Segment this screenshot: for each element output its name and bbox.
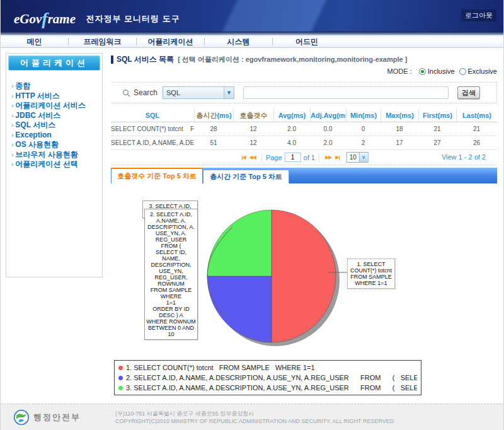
footer: 행정안전부 (우)110-751 서울특별시 종로구 세종로55 정부중앙청사 … — [1, 404, 504, 430]
search-input[interactable] — [243, 86, 449, 99]
arrow-icon: › — [11, 93, 13, 100]
address-line: (우)110-751 서울특별시 종로구 세종로55 정부중앙청사 — [115, 410, 394, 417]
divider — [261, 153, 262, 162]
sidebar-item-sql-service[interactable]: ›SQL 서비스 — [11, 120, 102, 131]
sidebar-item-summary[interactable]: ›종합 — [11, 81, 102, 91]
search-panel: Search SQL ▼ 검색 — [111, 82, 497, 103]
first-page-button[interactable]: |◀ — [241, 154, 245, 160]
sidebar: 어플리케이션 ›종합 ›HTTP 서비스 ›어플리케이션 서비스 ›JDBC 서… — [6, 53, 103, 277]
page-title-text: SQL 서비스 목록 — [117, 54, 174, 65]
pie-chart: 3. SELECT A.ID, A.NAME, A 2. SELECT A.ID… — [111, 184, 497, 356]
egovframe-logo: eGovframe 전자정부 모니터링 도구 — [14, 8, 180, 28]
sidebar-item-os-usage[interactable]: ›OS 사용현황 — [11, 140, 102, 150]
cell: 28 — [194, 122, 233, 136]
mode-selector: MODE : Inclusive Exclusive — [387, 67, 497, 75]
cell: 12 — [233, 122, 273, 136]
page-label: Page — [266, 154, 282, 161]
table-header-row: SQL 총시간(ms) 호출갯수 Avg(ms) Adj.Avg(ms) Min… — [111, 108, 497, 122]
radio-exclusive[interactable] — [459, 68, 466, 75]
col-header-total-time[interactable]: 총시간(ms) — [194, 108, 233, 122]
divider — [111, 165, 497, 165]
arrow-icon: › — [11, 151, 13, 158]
pie-slice-1 — [272, 210, 336, 342]
cell: 2 — [346, 136, 381, 149]
pie-label-2: 2. SELECT A.ID, A.NAME, A. DESCRIPTION, … — [144, 209, 198, 340]
ministry-name: 행정안전부 — [33, 412, 81, 423]
sidebar-item-jdbc-service[interactable]: ›JDBC 서비스 — [11, 111, 102, 121]
chart-legend: 1. SELECT COUNT(*) totcnt FROM SAMPLE WH… — [114, 360, 421, 395]
next-page-button[interactable]: ▶▶ — [325, 154, 331, 160]
arrow-icon: › — [11, 122, 13, 129]
search-field-value: SQL — [163, 89, 224, 96]
cell: 21 — [456, 122, 497, 136]
page-of-label: of 1 — [304, 154, 315, 161]
col-header-max[interactable]: Max(ms) — [381, 108, 418, 122]
view-status: View 1 - 2 of 2 — [442, 153, 486, 161]
legend-dot-blue — [118, 376, 123, 380]
table-row[interactable]: SELECT A.ID, A.NAME, A.DESCRIPTI 51 12 4… — [111, 136, 497, 150]
last-page-button[interactable]: ▶| — [335, 154, 339, 160]
page-size-select[interactable]: 10 ∨ — [346, 152, 369, 163]
search-label: Search — [134, 88, 158, 97]
chart-tabstrip: 호출갯수 기준 Top 5 차트 총시간 기준 Top 5 차트 — [111, 168, 497, 183]
copyright-line: COPYRIGHT(C)2010 MINISTRY OF REPUBLIC AD… — [115, 417, 394, 425]
col-header-first[interactable]: First(ms) — [418, 108, 456, 122]
title-bar-icon — [111, 55, 113, 64]
cell: 2.0 — [310, 136, 346, 149]
cell: 12 — [233, 136, 273, 149]
cell: 2.0 — [273, 122, 310, 136]
nav-item-framework[interactable]: 프레임워크 — [69, 38, 137, 45]
footer-address: (우)110-751 서울특별시 종로구 세종로55 정부중앙청사 COPYRI… — [115, 410, 394, 425]
chevron-down-icon: ▼ — [224, 87, 234, 98]
page-title-detail: [ 선택 어플리케이션 : egovframework,monitoring,m… — [178, 55, 407, 64]
col-header-avg[interactable]: Avg(ms) — [273, 108, 310, 122]
cell: 21 — [418, 122, 456, 136]
page-size-value: 10 — [347, 154, 359, 161]
table-row[interactable]: SELECT COUNT(*) totcnt FROM S 28 12 2.0 … — [111, 122, 497, 136]
nav-item-main[interactable]: 메인 — [1, 38, 69, 45]
main-nav: 메인 프레임워크 어플리케이션 시스템 어드민 — [1, 35, 504, 48]
col-header-last[interactable]: Last(ms) — [456, 108, 497, 122]
sidebar-item-application-service[interactable]: ›어플리케이션 서비스 — [11, 101, 102, 111]
sql-service-table: SQL 총시간(ms) 호출갯수 Avg(ms) Adj.Avg(ms) Min… — [111, 108, 497, 165]
logo-egov: eGov — [14, 11, 42, 26]
page-number-input[interactable] — [285, 153, 301, 162]
col-header-sql[interactable]: SQL — [111, 108, 194, 122]
app-header: eGovframe 전자정부 모니터링 도구 로그아웃 — [0, 0, 504, 35]
sidebar-item-http-service[interactable]: ›HTTP 서비스 — [11, 91, 102, 102]
legend-item: 2. SELECT A.ID, A.NAME, A.DESCRIPTION, A… — [118, 373, 417, 383]
tab-call-count-top5[interactable]: 호출갯수 기준 Top 5 차트 — [111, 168, 203, 183]
cell: 26 — [456, 136, 497, 149]
prev-page-button[interactable]: ◀◀ — [249, 154, 256, 160]
pagination-bar: |◀ ◀◀ Page of 1 ▶▶ ▶| 10 ∨ View 1 - 2 of… — [111, 151, 497, 165]
nav-item-system[interactable]: 시스템 — [205, 38, 273, 45]
col-header-min[interactable]: Min(ms) — [346, 108, 381, 122]
cell: 18 — [381, 122, 418, 136]
chevron-down-icon: ∨ — [359, 153, 368, 162]
tab-total-time-top5[interactable]: 총시간 기준 Top 5 차트 — [203, 170, 289, 183]
cell: 17 — [381, 136, 418, 149]
nav-item-application[interactable]: 어플리케이션 — [137, 38, 205, 45]
radio-inclusive[interactable] — [419, 68, 426, 75]
cell: 27 — [418, 136, 456, 149]
app-subtitle: 전자정부 모니터링 도구 — [86, 14, 180, 23]
sidebar-title: 어플리케이션 — [8, 55, 100, 71]
logout-button[interactable]: 로그아웃 — [461, 9, 496, 21]
nav-item-admin[interactable]: 어드민 — [273, 38, 341, 45]
sidebar-item-browser-usage[interactable]: ›브라우저 사용현황 — [11, 150, 102, 160]
arrow-icon: › — [11, 102, 13, 109]
search-button[interactable]: 검색 — [457, 86, 480, 99]
mode-label: MODE : — [387, 67, 412, 75]
sidebar-item-exception[interactable]: ›Exception — [11, 131, 102, 141]
logo-rame: rame — [48, 11, 76, 26]
search-field-select[interactable]: SQL ▼ — [163, 86, 234, 99]
arrow-icon: › — [11, 161, 13, 168]
pie-label-1: 1. SELECT COUNT(*) totcnt FROM SAMPLE WH… — [347, 259, 395, 289]
cell: 0 — [346, 122, 381, 136]
col-header-call-count[interactable]: 호출갯수 — [233, 108, 273, 122]
arrow-icon: › — [11, 132, 13, 139]
legend-item: 1. SELECT COUNT(*) totcnt FROM SAMPLE WH… — [118, 363, 417, 373]
sidebar-item-application-select[interactable]: ›어플리케이션 선택 — [11, 160, 102, 170]
legend-dot-green — [118, 386, 123, 390]
col-header-adj-avg[interactable]: Adj.Avg(ms) — [310, 108, 346, 122]
